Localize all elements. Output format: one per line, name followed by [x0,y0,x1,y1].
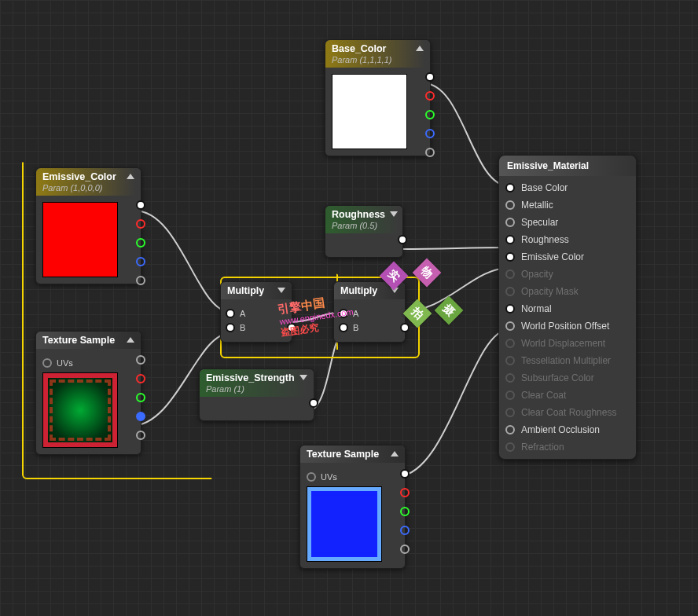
pin-label: UVs [57,358,73,368]
pin-label: Clear Coat [521,390,566,401]
output-pin[interactable] [287,323,296,332]
result-pin: Opacity [499,266,636,283]
result-pin: Clear Coat [499,387,636,404]
output-pin-r[interactable] [136,374,145,383]
input-pin[interactable] [505,235,515,244]
pin-label: A [240,309,245,318]
output-pin-rgba[interactable] [425,72,435,82]
input-pin[interactable] [505,252,515,262]
node-subtitle: Param (1,1,1,1) [332,55,411,64]
input-pin [505,270,515,279]
output-pin-a[interactable] [136,431,145,440]
result-pin[interactable]: Metallic [499,196,636,214]
output-pin-b[interactable] [425,129,435,138]
collapse-icon[interactable] [127,337,134,343]
input-pin-uvs[interactable] [42,358,52,368]
input-pin-a[interactable] [339,309,348,318]
result-pin[interactable]: World Position Offset [499,317,636,335]
pin-label: Normal [521,303,552,314]
collapse-icon[interactable] [127,174,134,179]
result-pin: Opacity Mask [499,283,636,300]
result-pin[interactable]: Base Color [499,179,636,196]
output-pin-a[interactable] [136,276,145,285]
collapse-icon[interactable] [277,288,285,293]
pin-label: UVs [321,472,337,482]
input-pin [505,390,515,400]
collapse-icon[interactable] [299,375,307,380]
output-pin-rgb[interactable] [136,355,145,365]
output-pin-a[interactable] [400,544,410,554]
input-pin-a[interactable] [226,309,235,318]
node-multiply-1[interactable]: Multiply A B [220,281,292,343]
node-title: Texture Sample [42,335,122,346]
input-pin[interactable] [505,183,515,192]
pin-label: Refraction [521,442,564,453]
node-material-result[interactable]: Emissive_Material Base ColorMetallicSpec… [498,155,637,460]
result-pin[interactable]: Specular [499,214,636,231]
output-pin-rgb[interactable] [400,469,410,478]
output-pin-r[interactable] [136,219,145,229]
output-pin-r[interactable] [400,488,410,497]
input-pin [505,442,515,452]
texture-preview [307,486,382,562]
node-emissive-color[interactable]: Emissive_Color Param (1,0,0,0) [35,167,141,284]
node-texture-sample-1[interactable]: Texture Sample UVs [35,331,141,455]
input-pin [505,287,515,296]
node-title: Multiply [227,285,273,296]
input-pin[interactable] [505,304,515,314]
result-pin[interactable]: Emissive Color [499,248,636,266]
output-pin-b[interactable] [400,526,410,535]
input-pin-b[interactable] [339,323,348,332]
node-title: Emissive_Color [42,171,122,182]
input-pin [505,356,515,365]
output-pin-b[interactable] [136,412,145,421]
output-pin-r[interactable] [425,91,435,101]
result-pin: Subsurface Color [499,369,636,387]
pin-label: Base Color [521,182,568,193]
node-roughness[interactable]: Roughness Param (0.5) [325,205,403,258]
node-emissive-strength[interactable]: Emissive_Strength Param (1) [199,368,314,421]
output-pin-g[interactable] [136,393,145,402]
pin-label: World Position Offset [521,321,609,332]
pin-label: A [353,309,358,318]
output-pin[interactable] [400,323,410,332]
texture-preview [42,372,118,448]
pin-label: B [353,323,358,332]
output-pin-a[interactable] [425,148,435,157]
node-title: Roughness [332,209,385,220]
collapse-icon[interactable] [416,46,424,51]
result-pin[interactable]: Normal [499,300,636,317]
color-swatch [332,74,407,149]
node-texture-sample-2[interactable]: Texture Sample UVs [299,445,406,569]
result-pin: World Displacement [499,335,636,352]
input-pin [505,339,515,348]
pin-label: Tessellation Multiplier [521,355,611,366]
collapse-icon[interactable] [391,451,399,456]
node-subtitle: Param (1) [206,384,295,394]
node-title: Texture Sample [307,449,386,460]
output-pin-g[interactable] [136,238,145,248]
output-pin-b[interactable] [136,257,145,266]
input-pin[interactable] [505,321,515,331]
pin-label: Roughness [521,234,569,245]
output-pin-g[interactable] [425,110,435,119]
pin-label: B [240,323,245,332]
output-pin-g[interactable] [400,507,410,516]
node-multiply-2[interactable]: Multiply A B [333,281,406,343]
input-pin-uvs[interactable] [307,472,316,482]
node-base-color[interactable]: Base_Color Param (1,1,1,1) [325,39,431,156]
node-title: Base_Color [332,43,411,54]
output-pin-rgba[interactable] [136,200,145,210]
result-pin: Refraction [499,438,636,456]
result-pin[interactable]: Ambient Occlusion [499,421,636,438]
input-pin[interactable] [505,425,515,434]
pin-label: World Displacement [521,338,605,349]
input-pin[interactable] [505,218,515,227]
input-pin-b[interactable] [226,323,235,332]
input-pin[interactable] [505,200,515,210]
output-pin[interactable] [309,398,318,408]
result-pin[interactable]: Roughness [499,231,636,248]
result-pin: Clear Coat Roughness [499,404,636,421]
collapse-icon[interactable] [390,211,398,217]
output-pin[interactable] [398,235,407,244]
